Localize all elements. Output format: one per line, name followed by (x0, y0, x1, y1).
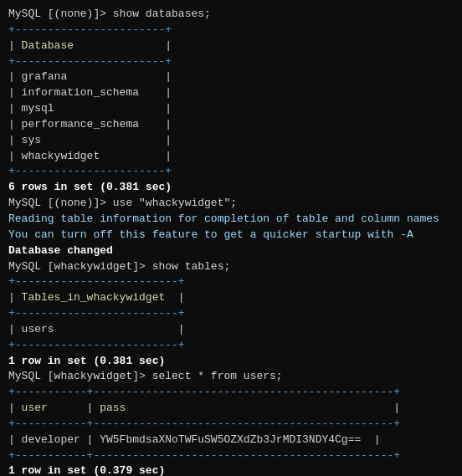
terminal-line: +-------------------------+ (8, 338, 454, 354)
terminal-line: | sys | (8, 133, 454, 149)
terminal-line: 1 row in set (0.379 sec) (8, 463, 454, 476)
terminal-line: | performance_schema | (8, 117, 454, 133)
terminal-line: +-----------------------+ (8, 23, 454, 38)
terminal-line: MySQL [(none)]> use "whackywidget"; (8, 196, 454, 212)
terminal-line: | whackywidget | (8, 149, 454, 165)
terminal-line: 1 row in set (0.381 sec) (8, 354, 454, 370)
terminal-line: MySQL [(none)]> show databases; (8, 7, 454, 23)
terminal-line: MySQL [whackywidget]> select * from user… (8, 369, 454, 385)
terminal-line: | information_schema | (8, 85, 454, 101)
terminal-content: MySQL [(none)]> show databases;+--------… (8, 7, 454, 476)
terminal-line: +-----------+---------------------------… (8, 448, 454, 464)
terminal-line: +-----------------------+ (8, 164, 454, 180)
terminal-line: | grafana | (8, 69, 454, 85)
terminal-line: | developer | YW5FbmdsaXNoTWFuSW5OZXdZb3… (8, 432, 454, 448)
terminal-line: | Tables_in_whackywidget | (8, 290, 454, 306)
terminal-line: +-----------+---------------------------… (8, 385, 454, 401)
terminal-line: Database changed (8, 243, 454, 259)
terminal-line: 6 rows in set (0.381 sec) (8, 180, 454, 196)
terminal-line: You can turn off this feature to get a q… (8, 228, 454, 243)
terminal-line: | user | pass | (8, 401, 454, 417)
terminal-line: MySQL [whackywidget]> show tables; (8, 259, 454, 275)
terminal-line: +-------------------------+ (8, 306, 454, 322)
terminal: MySQL [(none)]> show databases;+--------… (0, 0, 462, 476)
terminal-line: | Database | (8, 38, 454, 54)
terminal-line: Reading table information for completion… (8, 212, 454, 228)
terminal-line: | users | (8, 322, 454, 338)
terminal-line: | mysql | (8, 101, 454, 117)
terminal-line: +-----------+---------------------------… (8, 417, 454, 432)
terminal-line: +-------------------------+ (8, 274, 454, 290)
terminal-line: +-----------------------+ (8, 54, 454, 70)
